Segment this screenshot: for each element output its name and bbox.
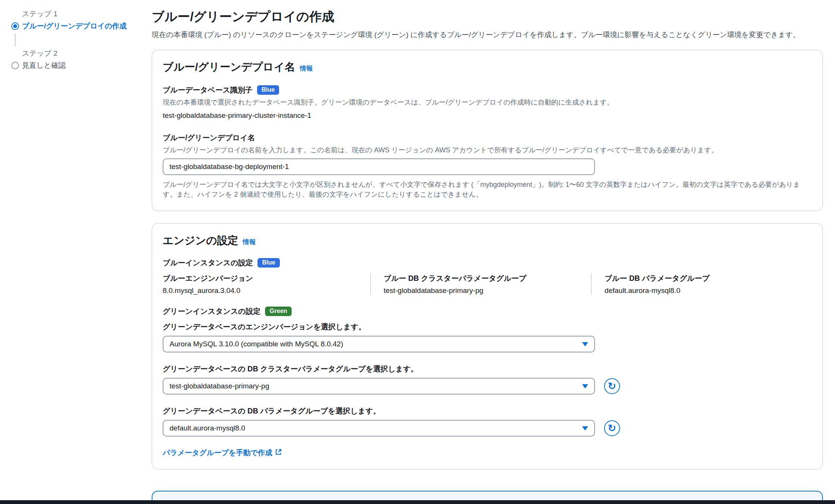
name-card-title: ブルー/グリーンデプロイ名 bbox=[163, 60, 295, 74]
step1-radio-icon bbox=[11, 22, 19, 30]
wizard-step-2[interactable]: 見直しと確認 bbox=[11, 61, 152, 70]
green-engine-version-selected: Aurora MySQL 3.10.0 (compatible with MyS… bbox=[170, 340, 343, 348]
blue-badge: Blue bbox=[257, 258, 280, 268]
deployment-name-description: ブルー/グリーンデプロイの名前を入力します。この名前は、現在の AWS リージョ… bbox=[163, 146, 812, 155]
deployment-name-label: ブルー/グリーンデプロイ名 bbox=[163, 133, 255, 143]
create-parameter-group-link-label: パラメータグループを手動で作成 bbox=[163, 448, 272, 458]
blue-cluster-pg-column: ブルー DB クラスターパラメータグループ test-globaldatabas… bbox=[370, 273, 591, 295]
blue-db-identifier-description: 現在の本番環境で選択されたデータベース識別子。グリーン環境のデータベースは、ブル… bbox=[163, 98, 812, 107]
chevron-down-icon bbox=[582, 342, 588, 346]
chevron-down-icon bbox=[582, 426, 588, 430]
wizard-step-1[interactable]: ブルー/グリーンデプロイの作成 bbox=[11, 21, 152, 31]
blue-db-pg-value: default.aurora-mysql8.0 bbox=[604, 286, 803, 295]
external-link-icon bbox=[275, 449, 282, 457]
bottom-bar bbox=[0, 500, 835, 504]
blue-engine-version-label: ブルーエンジンバージョン bbox=[163, 273, 361, 283]
page-title: ブルー/グリーンデプロイの作成 bbox=[152, 8, 823, 25]
deployment-name-input[interactable] bbox=[163, 158, 595, 175]
green-cluster-pg-select[interactable]: test-globaldatabase-primary-pg bbox=[163, 378, 595, 394]
engine-settings-card: エンジンの設定 情報 ブルーインスタンスの設定 Blue ブルーエンジンバージョ… bbox=[152, 223, 823, 470]
main-content: ブルー/グリーンデプロイの作成 現在の本番環境 (ブルー) のリソースのクローン… bbox=[152, 8, 823, 504]
blue-db-identifier-value: test-globaldatabase-primary-cluster-inst… bbox=[163, 111, 812, 120]
blue-db-pg-label: ブルー DB パラメータグループ bbox=[604, 273, 803, 283]
green-cluster-pg-label: グリーンデータベースの DB クラスターパラメータグループを選択します。 bbox=[163, 364, 812, 374]
blue-settings-columns: ブルーエンジンバージョン 8.0.mysql_aurora.3.04.0 ブルー… bbox=[163, 273, 812, 295]
green-badge: Green bbox=[265, 307, 292, 316]
deployment-name-card: ブルー/グリーンデプロイ名 情報 ブルーデータベース識別子 Blue 現在の本番… bbox=[152, 50, 823, 211]
blue-db-identifier-label: ブルーデータベース識別子 bbox=[163, 85, 253, 95]
blue-cluster-pg-value: test-globaldatabase-primary-pg bbox=[384, 286, 582, 295]
page: ステップ 1 ブルー/グリーンデプロイの作成 ステップ 2 見直しと確認 ブルー… bbox=[0, 0, 835, 504]
deployment-name-constraints: ブルー/グリーンデプロイ名では大文字と小文字が区別されませんが、すべて小文字で保… bbox=[163, 180, 812, 199]
green-db-pg-selected: default.aurora-mysql8.0 bbox=[170, 424, 245, 432]
engine-card-title: エンジンの設定 bbox=[163, 233, 238, 248]
refresh-icon: ↻ bbox=[608, 381, 616, 391]
blue-cluster-pg-label: ブルー DB クラスターパラメータグループ bbox=[384, 273, 582, 283]
green-db-pg-select[interactable]: default.aurora-mysql8.0 bbox=[163, 420, 595, 437]
name-card-info-link[interactable]: 情報 bbox=[300, 64, 313, 73]
blue-engine-version-column: ブルーエンジンバージョン 8.0.mysql_aurora.3.04.0 bbox=[163, 273, 370, 295]
step2-radio-icon bbox=[11, 62, 19, 69]
step2-title[interactable]: 見直しと確認 bbox=[22, 61, 66, 70]
step1-label: ステップ 1 bbox=[22, 9, 152, 19]
step1-title[interactable]: ブルー/グリーンデプロイの作成 bbox=[22, 21, 127, 31]
chevron-down-icon bbox=[582, 384, 588, 388]
green-engine-version-label: グリーンデータベースのエンジンバージョンを選択します。 bbox=[163, 322, 812, 332]
create-parameter-group-link[interactable]: パラメータグループを手動で作成 bbox=[163, 448, 812, 458]
blue-engine-version-value: 8.0.mysql_aurora.3.04.0 bbox=[163, 286, 361, 295]
wizard-steps-sidebar: ステップ 1 ブルー/グリーンデプロイの作成 ステップ 2 見直しと確認 bbox=[0, 8, 152, 504]
step-connector-line bbox=[15, 33, 16, 46]
page-description: 現在の本番環境 (ブルー) のリソースのクローンをステージング環境 (グリーン)… bbox=[152, 30, 823, 40]
blue-badge: Blue bbox=[257, 85, 279, 95]
green-engine-version-select[interactable]: Aurora MySQL 3.10.0 (compatible with MyS… bbox=[163, 336, 595, 352]
refresh-icon: ↻ bbox=[608, 423, 616, 433]
green-cluster-pg-selected: test-globaldatabase-primary-pg bbox=[170, 382, 269, 390]
blue-db-pg-column: ブルー DB パラメータグループ default.aurora-mysql8.0 bbox=[591, 273, 812, 295]
step2-label: ステップ 2 bbox=[22, 49, 152, 58]
green-instance-settings-label: グリーンインスタンスの設定 bbox=[163, 306, 261, 316]
refresh-db-pg-button[interactable]: ↻ bbox=[604, 420, 620, 436]
refresh-cluster-pg-button[interactable]: ↻ bbox=[604, 378, 620, 394]
green-db-pg-label: グリーンデータベースの DB パラメータグループを選択します。 bbox=[163, 406, 812, 416]
blue-instance-settings-label: ブルーインスタンスの設定 bbox=[163, 258, 253, 268]
engine-card-info-link[interactable]: 情報 bbox=[243, 238, 256, 246]
